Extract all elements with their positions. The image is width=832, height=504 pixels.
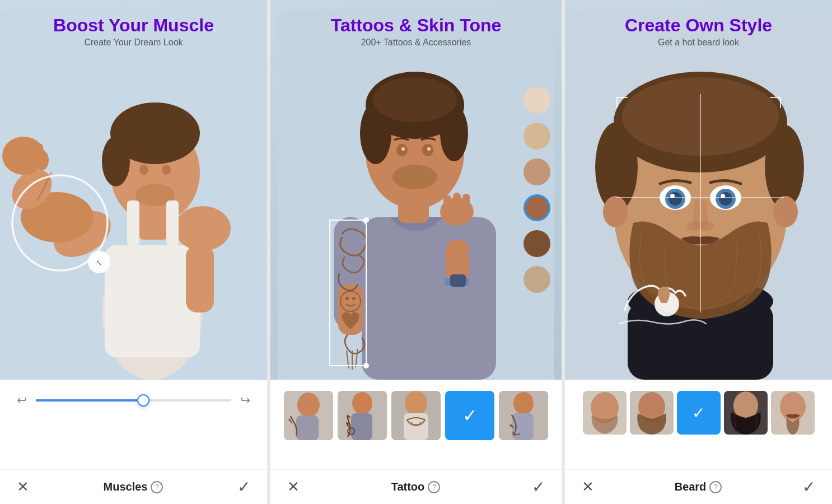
slider-thumb[interactable] — [137, 394, 149, 407]
svg-point-77 — [603, 196, 628, 227]
svg-rect-21 — [127, 200, 139, 245]
svg-point-42 — [363, 217, 369, 223]
beard-thumb-5[interactable] — [771, 391, 815, 435]
skin-tone-2[interactable] — [523, 123, 550, 150]
svg-point-6 — [102, 136, 130, 186]
muscle-help-button[interactable]: ? — [151, 481, 163, 493]
skin-tone-4[interactable] — [523, 194, 550, 221]
tattoo-close-button[interactable]: ✕ — [287, 478, 300, 496]
svg-text:⤡: ⤡ — [96, 258, 102, 267]
beard-thumb-2[interactable] — [630, 391, 674, 435]
skin-tone-3[interactable] — [523, 158, 550, 185]
svg-point-81 — [669, 192, 682, 206]
beard-thumbnails-row: ✓ — [576, 389, 821, 437]
tattoo-confirm-button[interactable]: ✓ — [532, 478, 545, 496]
beard-action-label: Beard — [675, 480, 707, 493]
undo-icon[interactable]: ↩ — [17, 393, 27, 408]
tattoo-thumb-3[interactable] — [391, 391, 441, 440]
slider-fill — [36, 399, 143, 402]
tattoo-header: Tattoos & Skin Tone 200+ Tattoos & Acces… — [270, 0, 562, 48]
skin-tone-6[interactable] — [523, 266, 550, 293]
beard-thumb-1[interactable] — [583, 391, 627, 435]
svg-point-52 — [401, 147, 405, 151]
muscle-controls: ↩ ↪ — [0, 380, 267, 469]
muscle-person-svg: ⤡ — [0, 10, 267, 380]
svg-point-7 — [139, 165, 148, 175]
tattoo-person-svg — [278, 10, 554, 380]
svg-rect-92 — [616, 97, 618, 108]
tattoo-thumb-4-selected[interactable]: ✓ — [445, 391, 494, 440]
beard-confirm-button[interactable]: ✓ — [802, 478, 815, 496]
svg-point-59 — [352, 392, 372, 414]
tattoo-photo-area: Tattoos & Skin Tone 200+ Tattoos & Acces… — [270, 0, 562, 380]
tattoo-action-label: Tattoo — [391, 480, 425, 493]
svg-rect-16 — [26, 141, 35, 157]
tattoo-thumb-1[interactable] — [284, 391, 333, 440]
svg-rect-14 — [8, 144, 17, 159]
svg-rect-22 — [166, 200, 179, 245]
svg-point-40 — [352, 297, 356, 300]
tattoo-label-group: Tattoo ? — [391, 480, 441, 493]
muscle-action-bar: ✕ Muscles ? ✓ — [0, 469, 267, 504]
beard-panel: Create Own Style Get a hot beard look — [562, 0, 832, 504]
tattoo-subtitle: 200+ Tattoos & Accessories — [282, 38, 550, 48]
beard-label-group: Beard ? — [675, 480, 722, 493]
muscle-subtitle: Create Your Dream Look — [11, 38, 256, 48]
svg-point-8 — [162, 165, 171, 175]
tattoo-panel: Tattoos & Skin Tone 200+ Tattoos & Acces… — [267, 0, 562, 504]
svg-point-85 — [719, 192, 732, 206]
beard-controls: ✓ — [565, 380, 832, 469]
svg-point-66 — [513, 392, 534, 414]
slider-track[interactable] — [36, 399, 231, 402]
svg-point-53 — [427, 147, 431, 151]
muscle-label-group: Muscles ? — [104, 480, 163, 493]
tattoo-thumb-2[interactable] — [338, 391, 387, 440]
beard-header: Create Own Style Get a hot beard look — [565, 0, 832, 48]
tattoo-selected-check: ✓ — [462, 405, 478, 426]
svg-rect-94 — [780, 97, 781, 108]
beard-selected-check: ✓ — [692, 404, 705, 422]
redo-icon[interactable]: ↪ — [240, 393, 250, 408]
svg-point-56 — [297, 393, 320, 417]
tattoo-help-button[interactable]: ? — [428, 481, 440, 493]
tattoo-thumbnails: ✓ — [282, 389, 550, 442]
svg-rect-93 — [770, 97, 781, 98]
muscle-confirm-button[interactable]: ✓ — [237, 478, 250, 496]
muscle-close-button[interactable]: ✕ — [17, 478, 29, 496]
beard-close-button[interactable]: ✕ — [582, 478, 594, 496]
tattoo-title: Tattoos & Skin Tone — [282, 16, 550, 35]
svg-point-19 — [175, 206, 231, 251]
beard-person-svg — [565, 10, 832, 380]
svg-point-39 — [345, 297, 349, 300]
svg-point-63 — [405, 391, 427, 416]
svg-rect-57 — [296, 416, 319, 440]
beard-subtitle: Get a hot beard look — [576, 38, 821, 48]
svg-point-49 — [373, 77, 457, 122]
muscle-action-label: Muscles — [104, 480, 148, 493]
svg-point-43 — [363, 363, 369, 368]
svg-rect-36 — [453, 193, 461, 217]
beard-thumb-4[interactable] — [724, 391, 768, 435]
svg-rect-15 — [17, 141, 26, 157]
beard-help-button[interactable]: ? — [709, 481, 722, 493]
svg-point-18 — [35, 150, 49, 170]
skin-tone-1[interactable] — [523, 87, 550, 114]
svg-rect-27 — [362, 217, 496, 380]
beard-title: Create Own Style — [576, 16, 821, 35]
tattoo-action-bar: ✕ Tattoo ? ✓ — [270, 469, 562, 504]
muscle-photo-area: ⤡ Boost Your Muscle Create Your Dream Lo… — [0, 0, 267, 380]
muscle-title: Boost Your Muscle — [11, 16, 256, 35]
muscle-slider-row: ↩ ↪ — [11, 389, 256, 412]
beard-thumb-3-selected[interactable]: ✓ — [677, 391, 721, 435]
muscle-header: Boost Your Muscle Create Your Dream Look — [0, 0, 267, 48]
skin-tone-5[interactable] — [523, 230, 550, 257]
muscle-panel: ⤡ Boost Your Muscle Create Your Dream Lo… — [0, 0, 267, 504]
svg-rect-60 — [351, 413, 372, 440]
svg-rect-91 — [616, 97, 628, 98]
svg-rect-2 — [105, 245, 200, 357]
beard-photo-area: Create Own Style Get a hot beard look — [565, 0, 832, 380]
svg-point-78 — [773, 196, 798, 227]
tattoo-controls: ✓ — [270, 380, 562, 469]
svg-rect-33 — [450, 274, 466, 287]
tattoo-thumb-5[interactable] — [499, 391, 548, 440]
